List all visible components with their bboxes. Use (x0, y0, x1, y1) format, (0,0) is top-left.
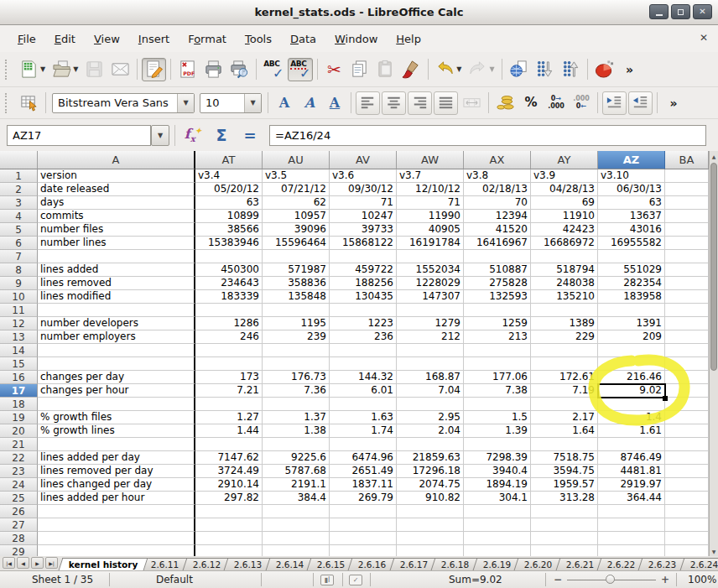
cell-AU17[interactable]: 7.36 (263, 384, 330, 398)
menu-view[interactable]: View (85, 29, 129, 49)
cell-A18[interactable] (38, 398, 195, 411)
vertical-scrollbar[interactable]: ▲ ▼ (709, 151, 718, 556)
cell-AT25[interactable]: 297.82 (195, 492, 263, 505)
cell-AU23[interactable]: 5787.68 (263, 465, 330, 478)
cell-AV16[interactable]: 144.32 (330, 371, 397, 384)
cell-BA13[interactable] (665, 330, 709, 344)
cell-BA14[interactable] (665, 344, 709, 357)
cell-AZ27[interactable] (598, 518, 665, 532)
cell-AT16[interactable]: 173 (195, 371, 263, 384)
cell-AU7[interactable] (263, 250, 330, 263)
delete-decimal-button[interactable]: .0000← (570, 91, 593, 115)
cell-BA22[interactable] (665, 451, 709, 465)
cell-AT27[interactable] (195, 518, 263, 532)
maximize-button[interactable] (671, 4, 690, 19)
cell-AZ2[interactable]: 06/30/13 (598, 183, 665, 196)
cell-A21[interactable] (38, 438, 195, 451)
cell-AX10[interactable]: 132593 (464, 290, 531, 304)
row-header-14[interactable]: 14 (0, 344, 38, 357)
sheet-tab-2.6.24[interactable]: 2.6.24 (679, 558, 718, 570)
cell-AV20[interactable]: 1.74 (330, 424, 397, 438)
cell-AY6[interactable]: 16686972 (531, 237, 598, 250)
row-header-18[interactable]: 18 (0, 398, 38, 411)
cell-AZ9[interactable]: 282354 (598, 277, 665, 290)
row-header-23[interactable]: 23 (0, 465, 38, 478)
cell-AV10[interactable]: 130435 (330, 290, 397, 304)
cell-AV15[interactable] (330, 357, 397, 371)
cell-AT4[interactable]: 10899 (195, 210, 263, 223)
cell-AU12[interactable]: 1195 (263, 317, 330, 330)
cell-AZ22[interactable]: 8746.49 (598, 451, 665, 465)
cell-BA24[interactable] (665, 478, 709, 492)
row-header-11[interactable]: 11 (0, 304, 38, 317)
cell-AX4[interactable]: 12394 (464, 210, 531, 223)
open-button[interactable]: ▼ (49, 58, 81, 81)
align-right-button[interactable] (408, 91, 432, 115)
cell-AW8[interactable]: 1552034 (397, 263, 464, 277)
cell-AW20[interactable]: 2.04 (397, 424, 464, 438)
cell-AZ15[interactable] (598, 357, 665, 371)
cell-AV9[interactable]: 188256 (330, 277, 397, 290)
select-all-corner[interactable] (0, 151, 38, 169)
minimize-button[interactable] (649, 4, 669, 19)
cell-AV28[interactable] (330, 532, 397, 545)
cell-BA27[interactable] (665, 518, 709, 532)
cell-AV17[interactable]: 6.01 (330, 384, 397, 398)
cell-AZ29[interactable] (598, 545, 665, 556)
cell-A16[interactable]: changes per day (38, 371, 195, 384)
cell-AU4[interactable]: 10957 (263, 210, 330, 223)
menu-window[interactable]: Window (325, 29, 387, 49)
cell-AZ16[interactable]: 216.46 (598, 371, 665, 384)
cell-AT18[interactable] (195, 398, 263, 411)
cell-AU9[interactable]: 358836 (263, 277, 330, 290)
cell-AV12[interactable]: 1223 (330, 317, 397, 330)
cell-AY3[interactable]: 69 (531, 196, 598, 210)
cell-AX12[interactable]: 1259 (464, 317, 531, 330)
cell-AZ12[interactable]: 1391 (598, 317, 665, 330)
redo-dropdown-icon[interactable]: ▼ (489, 65, 494, 73)
toolbar-grip[interactable] (5, 60, 12, 80)
cell-BA21[interactable] (665, 438, 709, 451)
cell-A4[interactable]: commits (38, 210, 195, 223)
justify-button[interactable] (434, 91, 458, 115)
cell-AY11[interactable] (531, 304, 598, 317)
row-header-10[interactable]: 10 (0, 290, 38, 304)
cell-AW7[interactable] (397, 250, 464, 263)
row-header-8[interactable]: 8 (0, 263, 38, 277)
cell-AW1[interactable]: v3.7 (397, 169, 464, 183)
cell-BA25[interactable] (665, 492, 709, 505)
styles-button[interactable] (17, 91, 41, 115)
name-box[interactable] (7, 125, 151, 146)
cell-AX23[interactable]: 3940.4 (464, 465, 531, 478)
zoom-in-icon[interactable]: + (661, 571, 669, 588)
cell-AX8[interactable]: 510887 (464, 263, 531, 277)
close-button[interactable]: ✕ (693, 4, 712, 19)
cell-AV25[interactable]: 269.79 (330, 492, 397, 505)
cell-BA20[interactable] (665, 424, 709, 438)
cell-AY7[interactable] (531, 250, 598, 263)
cell-AZ10[interactable]: 183958 (598, 290, 665, 304)
cell-AT28[interactable] (195, 532, 263, 545)
font-size-combo[interactable]: 10▼ (200, 93, 262, 113)
menu-file[interactable]: File (8, 29, 45, 49)
row-header-28[interactable]: 28 (0, 532, 38, 545)
equals-button[interactable]: = (237, 124, 263, 146)
cell-AX2[interactable]: 02/18/13 (464, 183, 531, 196)
cell-AU28[interactable] (263, 532, 330, 545)
cell-AT12[interactable]: 1286 (195, 317, 263, 330)
cell-BA2[interactable] (665, 183, 709, 196)
cell-A10[interactable]: lines modified (38, 290, 195, 304)
cell-AX17[interactable]: 7.38 (464, 384, 531, 398)
cell-AU1[interactable]: v3.5 (263, 169, 330, 183)
menu-tools[interactable]: Tools (236, 29, 281, 49)
cell-AT21[interactable] (195, 438, 263, 451)
open-dropdown-icon[interactable]: ▼ (73, 65, 78, 73)
cell-A15[interactable] (38, 357, 195, 371)
decrease-indent-button[interactable] (602, 91, 627, 115)
cell-AT15[interactable] (195, 357, 263, 371)
cell-AZ25[interactable]: 364.44 (598, 492, 665, 505)
tab-nav-first-button[interactable]: |◀ (3, 557, 15, 569)
menu-format[interactable]: Format (179, 29, 236, 49)
cell-A20[interactable]: % growth lines (38, 424, 195, 438)
column-header-AY[interactable]: AY (531, 151, 598, 169)
